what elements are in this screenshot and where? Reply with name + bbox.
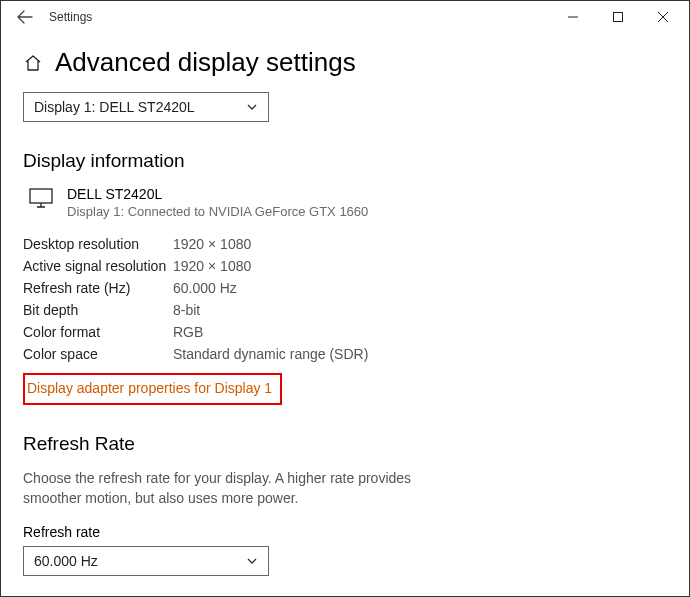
- info-label: Desktop resolution: [23, 236, 173, 252]
- back-button[interactable]: [5, 1, 45, 33]
- info-value: 60.000 Hz: [173, 280, 237, 296]
- minimize-icon: [568, 12, 578, 22]
- page-header: Advanced display settings: [23, 47, 667, 78]
- chevron-down-icon: [246, 555, 258, 567]
- monitor-summary: DELL ST2420L Display 1: Connected to NVI…: [23, 186, 667, 219]
- info-value: Standard dynamic range (SDR): [173, 346, 368, 362]
- window-controls: [550, 1, 685, 33]
- info-value: 1920 × 1080: [173, 236, 251, 252]
- minimize-button[interactable]: [550, 1, 595, 33]
- info-value: RGB: [173, 324, 203, 340]
- page-content: Advanced display settings Display 1: DEL…: [1, 47, 689, 597]
- title-bar: Settings: [1, 1, 689, 33]
- table-row: Desktop resolution 1920 × 1080: [23, 233, 667, 255]
- monitor-description: Display 1: Connected to NVIDIA GeForce G…: [67, 204, 368, 219]
- window-title: Settings: [49, 10, 92, 24]
- display-selector-dropdown[interactable]: Display 1: DELL ST2420L: [23, 92, 269, 122]
- table-row: Color format RGB: [23, 321, 667, 343]
- page-title: Advanced display settings: [55, 47, 356, 78]
- monitor-text: DELL ST2420L Display 1: Connected to NVI…: [67, 186, 368, 219]
- refresh-rate-dropdown[interactable]: 60.000 Hz: [23, 546, 269, 576]
- table-row: Bit depth 8-bit: [23, 299, 667, 321]
- monitor-icon: [29, 188, 53, 208]
- home-icon[interactable]: [23, 53, 43, 73]
- maximize-button[interactable]: [595, 1, 640, 33]
- maximize-icon: [613, 12, 623, 22]
- refresh-rate-description: Choose the refresh rate for your display…: [23, 469, 423, 508]
- refresh-rate-label: Refresh rate: [23, 524, 667, 540]
- info-label: Color space: [23, 346, 173, 362]
- info-value: 8-bit: [173, 302, 200, 318]
- svg-rect-0: [613, 13, 622, 22]
- info-label: Active signal resolution: [23, 258, 173, 274]
- adapter-properties-link[interactable]: Display adapter properties for Display 1: [27, 380, 272, 396]
- info-label: Color format: [23, 324, 173, 340]
- table-row: Refresh rate (Hz) 60.000 Hz: [23, 277, 667, 299]
- table-row: Active signal resolution 1920 × 1080: [23, 255, 667, 277]
- arrow-left-icon: [17, 9, 33, 25]
- close-icon: [658, 12, 668, 22]
- table-row: Color space Standard dynamic range (SDR): [23, 343, 667, 365]
- highlight-annotation: Display adapter properties for Display 1: [23, 373, 282, 405]
- close-button[interactable]: [640, 1, 685, 33]
- display-selector-value: Display 1: DELL ST2420L: [34, 99, 195, 115]
- info-label: Bit depth: [23, 302, 173, 318]
- info-label: Refresh rate (Hz): [23, 280, 173, 296]
- display-information-heading: Display information: [23, 150, 667, 172]
- display-info-table: Desktop resolution 1920 × 1080 Active si…: [23, 233, 667, 365]
- chevron-down-icon: [246, 101, 258, 113]
- refresh-rate-value: 60.000 Hz: [34, 553, 98, 569]
- svg-rect-1: [30, 189, 52, 203]
- refresh-rate-heading: Refresh Rate: [23, 433, 667, 455]
- info-value: 1920 × 1080: [173, 258, 251, 274]
- monitor-name: DELL ST2420L: [67, 186, 368, 202]
